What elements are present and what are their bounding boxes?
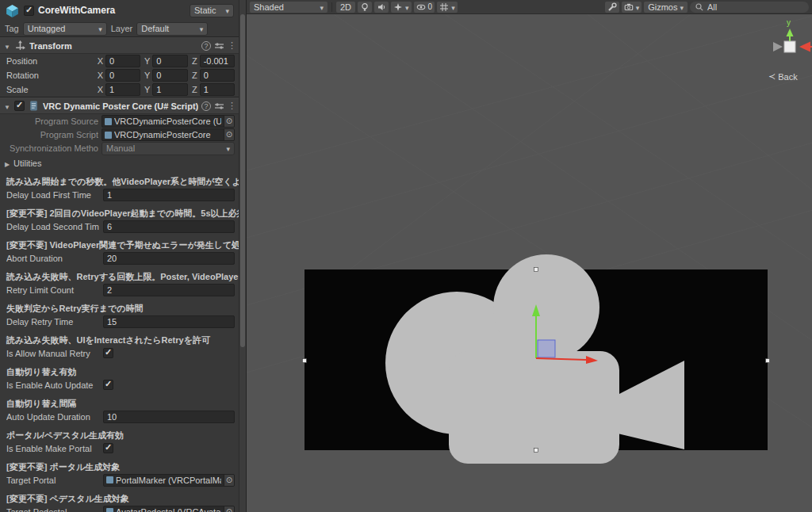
shading-mode-dropdown[interactable]: Shaded	[250, 2, 327, 13]
object-value: AvatarPedestal (VRCAvatarPed	[116, 507, 221, 512]
object-picker-icon[interactable]	[224, 506, 234, 512]
position-z-field[interactable]: -0.001	[200, 55, 235, 67]
chevron-down-icon	[405, 2, 409, 12]
component-title: Transform	[29, 41, 198, 51]
axis-y-label: Y	[143, 85, 150, 94]
scene-view[interactable]: Shaded 2D 0	[246, 0, 812, 512]
field-group: 自動切り替え間隔 Auto Update Duration 10	[0, 398, 239, 423]
component-tools-button[interactable]	[605, 2, 619, 13]
search-icon	[695, 2, 704, 12]
field-group: 読み込み失敗時、UIをInteractされたらRetryを許可 Is Allow…	[0, 334, 239, 360]
field-input[interactable]: 10	[103, 411, 235, 423]
kebab-menu-icon[interactable]	[228, 40, 236, 51]
position-x-field[interactable]: 0	[105, 55, 140, 67]
field-input[interactable]: 2	[103, 284, 235, 296]
scene-audio-toggle[interactable]	[374, 2, 389, 13]
handle-left[interactable]	[303, 359, 307, 363]
handle-right[interactable]	[766, 359, 770, 363]
field-label: Target Portal	[6, 476, 100, 485]
gizmos-dropdown[interactable]: Gizmos	[644, 2, 688, 13]
position-y-field[interactable]: 0	[152, 55, 187, 67]
gizmo-y-cone[interactable]	[787, 29, 794, 36]
object-field[interactable]: AvatarPedestal (VRCAvatarPed	[103, 506, 235, 512]
field-input[interactable]: 20	[103, 252, 235, 265]
gameobject-name[interactable]: CoreWithCamera	[38, 5, 186, 16]
gizmo-x-cone[interactable]	[799, 42, 810, 52]
static-dropdown[interactable]: Static	[190, 4, 234, 17]
field-checkbox[interactable]	[103, 380, 113, 390]
field-input[interactable]: 6	[103, 220, 235, 233]
object-field[interactable]: PortalMarker (VRCPortalMarke	[103, 474, 235, 487]
chevron-down-icon	[680, 2, 684, 12]
field-checkbox[interactable]	[103, 443, 113, 453]
program-source-object-field[interactable]: VRCDynamicPosterCore (Udon	[102, 115, 235, 128]
inspector-scrollbar[interactable]	[239, 0, 246, 512]
camera-settings-dropdown[interactable]	[622, 2, 642, 13]
tag-dropdown[interactable]: Untagged	[23, 22, 107, 36]
foldout-arrow-icon[interactable]	[3, 101, 11, 111]
utilities-foldout[interactable]: Utilities	[0, 157, 239, 170]
field-label: Program Script	[3, 130, 98, 139]
udon-script-header[interactable]: VRC Dynamic Poster Core (U# Script)	[0, 98, 239, 114]
scrollbar-thumb[interactable]	[240, 14, 245, 347]
gizmo-z-cone[interactable]	[773, 42, 783, 52]
object-picker-icon[interactable]	[224, 475, 234, 486]
program-script-object-field[interactable]: VRCDynamicPosterCore	[102, 128, 235, 141]
field-input[interactable]: 15	[103, 315, 235, 328]
gizmo-center-cube[interactable]	[784, 41, 795, 52]
foldout-arrow-icon[interactable]	[3, 159, 11, 168]
field-description: ポータル/ペデスタル生成有効	[0, 430, 239, 441]
sync-method-dropdown[interactable]: Manual	[102, 142, 235, 155]
axis-z-label: Z	[190, 56, 197, 66]
orientation-gizmo[interactable]: y	[758, 14, 812, 71]
help-icon[interactable]	[201, 41, 211, 51]
field-description: 読み込み失敗時、UIをInteractされたらRetryを許可	[0, 334, 239, 346]
scene-canvas[interactable]	[247, 0, 812, 512]
chevron-down-icon	[226, 143, 230, 153]
field-group: [変更不要] ポータル生成対象 Target Portal PortalMark…	[0, 461, 239, 487]
scene-lighting-toggle[interactable]	[358, 2, 372, 13]
inspector-panel: CoreWithCamera Static Tag Untagged Layer…	[0, 0, 246, 512]
scale-x-field[interactable]: 1	[105, 83, 140, 96]
scene-visibility-toggle[interactable]: 0	[414, 2, 435, 13]
field-description: 自動切り替え有効	[0, 366, 239, 377]
scene-search-field[interactable]: All	[690, 2, 809, 13]
field-group: ポータル/ペデスタル生成有効 Is Enable Make Portal	[0, 430, 239, 455]
foldout-arrow-icon[interactable]	[3, 41, 11, 51]
help-icon[interactable]	[201, 101, 211, 111]
field-group: [変更不要] ペデスタル生成対象 Target Pedestal AvatarP…	[0, 493, 239, 512]
scene-effects-dropdown[interactable]	[391, 2, 412, 13]
field-description: 読み込み開始までの秒数。他VideoPlayer系と時間が空くように設定	[0, 176, 239, 187]
gameobject-header: CoreWithCamera Static	[0, 0, 239, 21]
grid-settings-dropdown[interactable]	[437, 2, 458, 13]
eye-icon	[416, 2, 426, 12]
preset-icon[interactable]	[214, 41, 224, 51]
field-checkbox[interactable]	[103, 348, 113, 358]
active-checkbox[interactable]	[24, 6, 34, 16]
transform-header[interactable]: Transform	[0, 38, 239, 54]
gizmo-back-button[interactable]: ≺ Back	[768, 71, 798, 82]
utilities-label: Utilities	[13, 159, 41, 168]
object-picker-icon[interactable]	[224, 116, 234, 127]
handle-bottom[interactable]	[534, 449, 538, 453]
rotation-x-field[interactable]: 0	[105, 69, 140, 82]
layer-dropdown[interactable]: Default	[136, 22, 208, 36]
scale-y-field[interactable]: 1	[152, 83, 187, 96]
kebab-menu-icon[interactable]	[228, 101, 236, 111]
field-label: Auto Update Duration	[6, 412, 100, 422]
field-description: [変更不要] ペデスタル生成対象	[0, 493, 239, 504]
field-input[interactable]: 1	[103, 189, 235, 201]
move-plane-handle[interactable]	[538, 340, 555, 357]
axis-y-label: Y	[143, 71, 150, 80]
object-picker-icon[interactable]	[224, 129, 234, 140]
preset-icon[interactable]	[214, 101, 224, 111]
2d-toggle[interactable]: 2D	[336, 2, 355, 13]
rotation-y-field[interactable]: 0	[152, 69, 187, 82]
handle-top[interactable]	[534, 268, 538, 272]
component-enabled-checkbox[interactable]	[14, 101, 25, 111]
axis-x-label: X	[96, 71, 103, 80]
scale-z-field[interactable]: 1	[200, 83, 235, 96]
rotation-z-field[interactable]: 0	[200, 69, 235, 82]
field-description: 自動切り替え間隔	[0, 398, 239, 409]
toolbar-divider	[331, 2, 332, 12]
